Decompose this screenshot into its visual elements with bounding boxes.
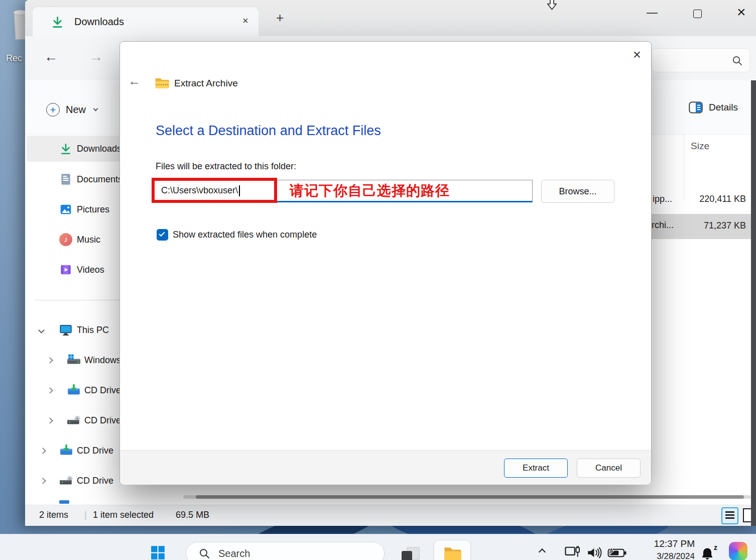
status-bar: 2 items | 1 item selected 69.5 MB	[25, 505, 756, 526]
screen-edge-strip	[751, 80, 756, 526]
checkmark-icon	[159, 231, 165, 237]
extract-archive-dialog: × ← Extract Archive Select a Destination…	[119, 41, 652, 485]
network-icon	[59, 500, 69, 504]
maximize-icon[interactable]	[693, 10, 702, 18]
pictures-icon	[59, 203, 72, 216]
file-name: rchi...	[652, 220, 674, 231]
chevron-right-icon[interactable]	[47, 387, 53, 394]
dialog-title: Extract Archive	[174, 78, 238, 89]
list-lines-icon	[725, 511, 734, 520]
path-label: Files will be extracted to this folder:	[156, 161, 296, 172]
sidebar-item-label: CD Drive	[84, 415, 121, 426]
recycle-bin-label[interactable]: Rec	[6, 53, 22, 64]
browse-button[interactable]: Browse...	[541, 180, 614, 203]
search-placeholder: Search	[218, 548, 250, 559]
windows-drive-icon	[67, 354, 81, 367]
status-divider: |	[84, 510, 87, 520]
annotation-text: 请记下你自己选择的路径	[290, 181, 450, 200]
browse-button-label: Browse...	[559, 186, 596, 197]
dialog-close-icon[interactable]: ×	[627, 45, 647, 65]
cd-drive-install-icon	[67, 384, 81, 397]
this-pc-icon	[59, 323, 72, 337]
taskbar-search[interactable]: Search	[186, 542, 385, 560]
extract-button-label: Extract	[523, 463, 549, 473]
cancel-button[interactable]: Cancel	[577, 459, 641, 478]
clock-date: 3/28/2024	[637, 551, 695, 560]
search-icon	[731, 55, 743, 66]
chevron-right-icon[interactable]	[40, 478, 46, 484]
cd-drive-icon	[67, 414, 81, 427]
sidebar-item-label: Documents	[77, 174, 122, 185]
show-extracted-checkbox[interactable]	[157, 229, 168, 241]
size-column-header[interactable]: Size	[691, 141, 709, 152]
cd-drive-icon	[59, 474, 73, 487]
taskbar: Search 12:37 PM	[0, 534, 756, 560]
back-icon[interactable]: ←	[44, 49, 58, 65]
display-usb-icon[interactable]	[564, 545, 581, 559]
selection-count: 1 item selected	[93, 510, 154, 520]
mouse-cursor-down-arrow	[545, 0, 559, 12]
chevron-right-icon[interactable]	[47, 357, 53, 364]
cancel-button-label: Cancel	[595, 463, 622, 473]
tab-title: Downloads	[74, 16, 124, 28]
download-icon	[59, 142, 72, 155]
selection-size: 69.5 MB	[176, 510, 209, 520]
copilot-icon[interactable]	[729, 542, 747, 560]
sidebar-item-label: Downloads	[77, 144, 121, 154]
details-view-button[interactable]	[721, 507, 738, 524]
sidebar-item-label: Pictures	[77, 204, 109, 215]
sidebar-item-label: Videos	[77, 265, 104, 275]
file-name: ipp...	[653, 194, 672, 204]
chevron-down-icon[interactable]	[38, 327, 45, 333]
minimize-icon[interactable]: —	[647, 7, 658, 18]
extract-button[interactable]: Extract	[504, 459, 568, 478]
details-toggle-label: Details	[709, 102, 738, 113]
file-explorer-taskbar-button[interactable]	[434, 540, 471, 560]
document-icon	[59, 173, 72, 186]
folder-icon	[443, 544, 462, 560]
music-icon: ♪	[59, 233, 72, 246]
horizontal-scrollbar-thumb[interactable]	[196, 495, 744, 499]
tab-strip: Downloads × + — ×	[25, 0, 756, 36]
taskbar-clock[interactable]: 12:37 PM 3/28/2024	[637, 538, 695, 560]
file-size: 71,237 KB	[704, 220, 746, 231]
file-size: 220,411 KB	[699, 194, 746, 204]
battery-charging-icon[interactable]	[607, 546, 626, 559]
videos-icon	[59, 263, 72, 276]
details-toggle-button[interactable]: Details	[689, 101, 738, 114]
details-panel-icon	[689, 101, 703, 114]
zip-folder-icon	[155, 76, 170, 89]
dialog-back-icon[interactable]: ←	[128, 74, 141, 88]
chevron-down-icon	[93, 106, 98, 111]
speaker-icon[interactable]	[586, 546, 603, 559]
new-button[interactable]: + New	[39, 96, 114, 123]
tab-downloads[interactable]: Downloads ×	[33, 7, 259, 36]
sidebar-item-label: Music	[77, 235, 100, 245]
search-icon	[198, 547, 210, 559]
task-view-icon[interactable]	[402, 551, 412, 560]
sidebar-item-label: CD Drive	[77, 476, 113, 486]
annotation-highlight-box	[152, 178, 277, 203]
start-button-icon[interactable]	[151, 545, 165, 560]
sidebar-item-label: Windows	[84, 355, 121, 366]
chevron-right-icon[interactable]	[47, 417, 53, 424]
search-box[interactable]	[652, 48, 750, 72]
chevron-right-icon[interactable]	[40, 447, 46, 454]
plus-circle-icon: +	[46, 103, 60, 117]
sidebar-item-label: CD Drive	[77, 445, 113, 456]
download-icon	[51, 15, 64, 29]
tab-close-icon[interactable]: ×	[242, 16, 248, 26]
tray-chevron-up-icon[interactable]	[539, 548, 546, 555]
dialog-heading: Select a Destination and Extract Files	[156, 123, 381, 139]
sidebar-item-label: CD Drive	[84, 385, 121, 396]
dialog-footer: Extract Cancel	[120, 450, 651, 485]
sidebar-item-label: This PC	[77, 325, 109, 335]
window-close-icon[interactable]: ×	[737, 5, 746, 20]
notification-bell-icon[interactable]	[700, 546, 715, 560]
clock-time: 12:37 PM	[637, 538, 695, 549]
screen: Rec Downloads × + — × ← →	[0, 0, 756, 560]
new-tab-icon[interactable]: +	[276, 11, 284, 24]
do-not-disturb-z: z	[714, 543, 717, 551]
cd-drive-install-icon	[59, 444, 73, 457]
items-count: 2 items	[39, 510, 68, 520]
